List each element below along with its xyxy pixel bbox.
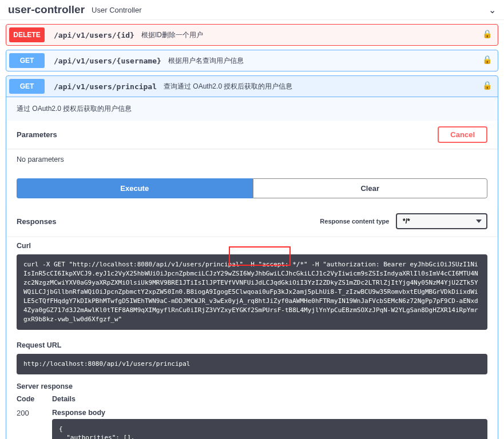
no-parameters: No parameters bbox=[6, 149, 498, 170]
op-note: 通过 OAuth2.0 授权后获取的用户信息 bbox=[6, 97, 498, 121]
execute-button[interactable]: Execute bbox=[17, 178, 253, 198]
op-path: /api/v1/users/principal bbox=[49, 82, 161, 91]
response-body: { "authorities": [], "details": { "remot… bbox=[52, 419, 487, 440]
opblock-delete-users-id[interactable]: DELETE /api/v1/users/{id} 根据ID删除一个用户 🔒 bbox=[6, 24, 498, 46]
response-code: 200 bbox=[17, 409, 52, 440]
tag-header[interactable]: user-controller User Controller ⌄ bbox=[0, 0, 504, 20]
op-desc: 根据ID删除一个用户 bbox=[141, 30, 203, 40]
curl-command: curl -X GET "http://localhost:8080/api/v… bbox=[17, 254, 487, 330]
tag-name: user-controller bbox=[8, 3, 85, 16]
lock-icon[interactable]: 🔒 bbox=[482, 29, 492, 38]
method-badge: GET bbox=[9, 53, 45, 68]
op-desc: 根据用户名查询用户信息 bbox=[168, 56, 244, 66]
method-badge: DELETE bbox=[9, 27, 45, 42]
method-badge: GET bbox=[9, 79, 45, 94]
response-body-label: Response body bbox=[52, 409, 487, 417]
parameters-header: Parameters Cancel bbox=[6, 121, 498, 149]
lock-icon[interactable]: 🔒 bbox=[482, 81, 492, 90]
col-details-header: Details bbox=[52, 395, 487, 403]
content-type-select[interactable]: */* bbox=[396, 213, 487, 229]
responses-title: Responses bbox=[17, 217, 56, 226]
request-url-value: http://localhost:8080/api/v1/users/princ… bbox=[17, 354, 487, 374]
curl-label: Curl bbox=[6, 236, 498, 252]
op-path: /api/v1/users/{id} bbox=[49, 31, 139, 39]
op-summary[interactable]: GET /api/v1/users/principal 查询通过 OAuth2.… bbox=[6, 76, 498, 97]
op-path: /api/v1/users/{username} bbox=[49, 57, 166, 65]
opblock-get-users-principal: GET /api/v1/users/principal 查询通过 OAuth2.… bbox=[6, 75, 498, 439]
opblock-get-users-username[interactable]: GET /api/v1/users/{username} 根据用户名查询用户信息… bbox=[6, 50, 498, 71]
server-response-label: Server response bbox=[6, 380, 498, 395]
parameters-title: Parameters bbox=[17, 130, 57, 139]
cancel-button[interactable]: Cancel bbox=[438, 126, 487, 143]
col-code-header: Code bbox=[17, 395, 52, 403]
clear-button[interactable]: Clear bbox=[253, 178, 488, 198]
op-desc: 查询通过 OAuth2.0 授权后获取的用户信息 bbox=[164, 82, 292, 91]
content-type-label: Response content type bbox=[320, 218, 389, 225]
request-url-label: Request URL bbox=[6, 336, 498, 352]
lock-icon[interactable]: 🔒 bbox=[482, 55, 492, 64]
responses-header: Responses Response content type */* bbox=[6, 206, 498, 236]
tag-desc: User Controller bbox=[92, 6, 141, 14]
chevron-down-icon: ⌄ bbox=[489, 5, 496, 15]
